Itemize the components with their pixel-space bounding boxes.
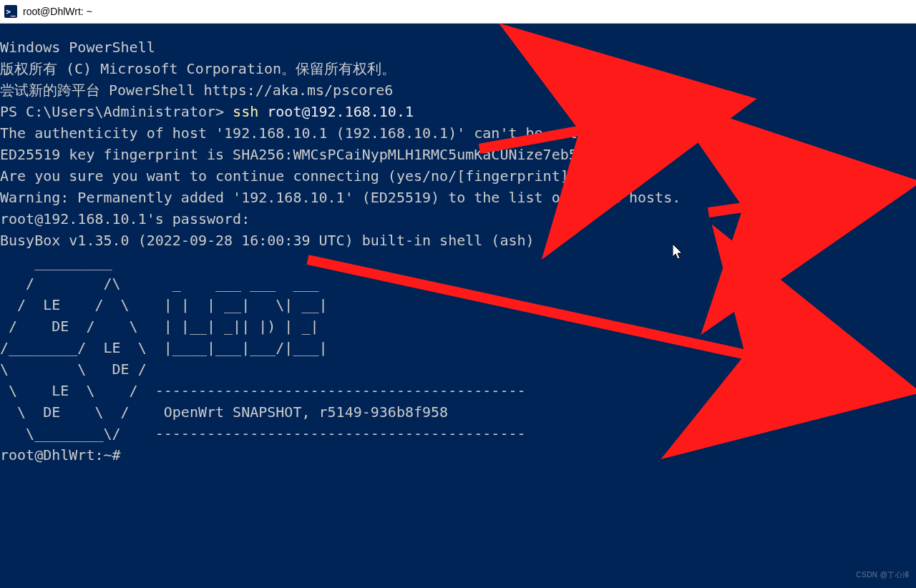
terminal-line: ED25519 key fingerprint is SHA256:WMCsPC… [0, 144, 916, 165]
terminal-line: BusyBox v1.35.0 (2022-09-28 16:00:39 UTC… [0, 230, 916, 251]
window-titlebar: >_ root@DhlWrt: ~ [0, 0, 916, 24]
terminal-line: 尝试新的跨平台 PowerShell https://aka.ms/pscore… [0, 79, 916, 101]
ascii-art-line: / /\ _ ___ ___ ___ [0, 273, 916, 294]
terminal-prompt-line: PS C:\Users\Administrator> ssh root@192.… [0, 101, 916, 122]
terminal-line: root@192.168.10.1's password: [0, 208, 916, 230]
shell-prompt: root@DhlWrt:~# [0, 444, 916, 466]
ascii-art-line: _________ [0, 251, 916, 273]
terminal-line: Warning: Permanently added '192.168.10.1… [0, 187, 916, 208]
ps-prompt: PS C:\Users\Administrator> [0, 103, 233, 120]
ssh-target: root@192.168.10.1 [267, 103, 414, 120]
ascii-art-line: \ \ DE / [0, 358, 916, 380]
ssh-command: ssh [233, 103, 267, 120]
terminal-line: Are you sure you want to continue connec… [0, 165, 916, 187]
powershell-icon: >_ [4, 5, 17, 18]
ascii-art-line: \________\/ ----------------------------… [0, 423, 916, 444]
window-title: root@DhlWrt: ~ [23, 6, 92, 17]
terminal-area[interactable]: Windows PowerShell 版权所有 (C) Microsoft Co… [0, 24, 916, 588]
ascii-art-line: \ DE \ / OpenWrt SNAPSHOT, r5149-936b8f9… [0, 401, 916, 423]
ascii-art-line: / LE / \ | | | __| \| __| [0, 294, 916, 315]
terminal-line: 版权所有 (C) Microsoft Corporation。保留所有权利。 [0, 58, 916, 79]
terminal-line: Windows PowerShell [0, 36, 916, 58]
ascii-art-line: / DE / \ | |__| _|| |) | _| [0, 315, 916, 337]
ascii-art-line: \ LE \ / -------------------------------… [0, 380, 916, 401]
watermark-text: CSDN @丁心泽 [856, 564, 910, 586]
terminal-line: The authenticity of host '192.168.10.1 (… [0, 122, 916, 144]
ascii-art-line: /________/ LE \ |____|___|___/|___| [0, 337, 916, 358]
